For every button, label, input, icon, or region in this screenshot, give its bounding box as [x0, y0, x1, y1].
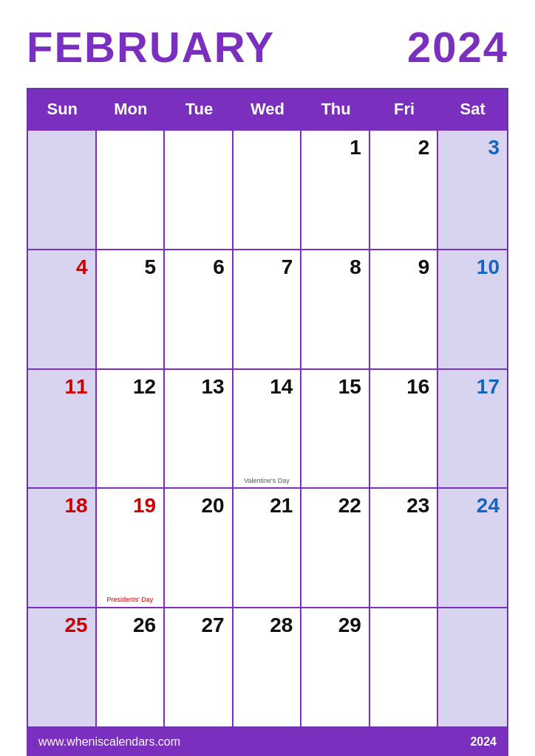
day-cell-10: 10 — [438, 250, 507, 368]
header-sun: Sun — [28, 89, 97, 129]
day-number: 18 — [35, 495, 88, 518]
day-cell-25: 25 — [28, 608, 97, 726]
day-number: 12 — [104, 376, 157, 399]
day-number: 16 — [378, 376, 430, 399]
year-title: 2024 — [407, 22, 508, 72]
day-number: 1 — [309, 137, 361, 159]
day-cell-empty — [97, 131, 166, 249]
day-cell-26: 26 — [97, 608, 166, 726]
day-number: 22 — [309, 495, 361, 518]
day-cell-9: 9 — [370, 250, 439, 368]
week-row-1: 1 2 3 — [28, 129, 507, 249]
day-cell-15: 15 — [301, 370, 370, 488]
calendar-page: FEBRUARY 2024 Sun Mon Tue Wed Thu Fri Sa… — [0, 0, 535, 756]
day-number: 10 — [446, 256, 500, 279]
day-number: 6 — [172, 256, 225, 279]
day-cell-empty-fri — [370, 608, 439, 726]
footer-year: 2024 — [470, 735, 497, 749]
header-mon: Mon — [97, 89, 166, 129]
day-cell-20: 20 — [165, 489, 234, 607]
day-cell-28: 28 — [234, 608, 302, 726]
footer-url: www.wheniscalendars.com — [38, 735, 180, 749]
day-number: 27 — [172, 614, 225, 637]
day-cell-8: 8 — [301, 250, 370, 368]
day-cell-29: 29 — [301, 608, 370, 726]
day-number: 24 — [446, 495, 500, 518]
calendar-footer: www.wheniscalendars.com 2024 — [27, 728, 508, 756]
calendar-grid: Sun Mon Tue Wed Thu Fri Sat 1 2 — [27, 88, 508, 728]
day-number: 28 — [241, 614, 293, 637]
presidents-day-label: Presidents' Day — [104, 596, 157, 604]
day-cell-13: 13 — [165, 370, 234, 488]
day-cell-2: 2 — [370, 131, 439, 249]
day-number: 21 — [241, 495, 293, 518]
day-number: 26 — [104, 614, 157, 637]
day-cell-4: 4 — [28, 250, 97, 368]
valentines-day-label: Valentine's Day — [241, 477, 293, 485]
week-row-5: 25 26 27 28 29 — [28, 607, 507, 726]
day-cell-6: 6 — [165, 250, 234, 368]
day-cell-empty — [165, 131, 234, 249]
day-cell-18: 18 — [28, 489, 97, 607]
day-number: 19 — [104, 495, 157, 518]
day-number: 9 — [378, 256, 430, 279]
header-thu: Thu — [301, 89, 370, 129]
day-cell-27: 27 — [165, 608, 234, 726]
day-cell-7: 7 — [234, 250, 302, 368]
day-cell-24: 24 — [438, 489, 507, 607]
day-headers-row: Sun Mon Tue Wed Thu Fri Sat — [28, 89, 507, 129]
day-cell-16: 16 — [370, 370, 439, 488]
day-number: 15 — [309, 376, 361, 399]
day-number: 13 — [172, 376, 225, 399]
day-number: 7 — [241, 256, 293, 279]
day-cell-1: 1 — [301, 131, 370, 249]
week-row-3: 11 12 13 14 Valentine's Day 15 16 — [28, 368, 507, 488]
day-cell-11: 11 — [28, 370, 97, 488]
day-number: 4 — [35, 256, 88, 279]
week-row-2: 4 5 6 7 8 9 10 — [28, 249, 507, 368]
day-number: 25 — [35, 614, 88, 637]
day-number: 23 — [378, 495, 430, 518]
day-cell-empty-sat — [438, 608, 507, 726]
day-number: 17 — [446, 376, 500, 399]
day-number: 8 — [309, 256, 361, 279]
day-number: 29 — [309, 614, 361, 637]
day-cell-empty — [234, 131, 302, 249]
header-fri: Fri — [370, 89, 439, 129]
day-number: 14 — [241, 376, 293, 399]
day-cell-22: 22 — [301, 489, 370, 607]
header-sat: Sat — [438, 89, 507, 129]
day-number: 3 — [446, 137, 500, 159]
day-cell-empty — [28, 131, 97, 249]
day-cell-19: 19 Presidents' Day — [97, 489, 166, 607]
day-cell-14: 14 Valentine's Day — [234, 370, 302, 488]
day-cell-5: 5 — [97, 250, 166, 368]
month-title: FEBRUARY — [27, 22, 275, 72]
day-cell-17: 17 — [438, 370, 507, 488]
calendar-body: 1 2 3 4 5 6 — [28, 129, 507, 726]
day-cell-3: 3 — [438, 131, 507, 249]
week-row-4: 18 19 Presidents' Day 20 21 22 23 — [28, 487, 507, 607]
header-wed: Wed — [234, 89, 302, 129]
day-cell-12: 12 — [97, 370, 166, 488]
day-number: 20 — [172, 495, 225, 518]
header-tue: Tue — [165, 89, 234, 129]
day-cell-21: 21 — [234, 489, 302, 607]
calendar-header: FEBRUARY 2024 — [27, 22, 508, 72]
day-number: 5 — [104, 256, 157, 279]
day-cell-23: 23 — [370, 489, 439, 607]
day-number: 2 — [378, 137, 430, 159]
day-number: 11 — [35, 376, 88, 399]
